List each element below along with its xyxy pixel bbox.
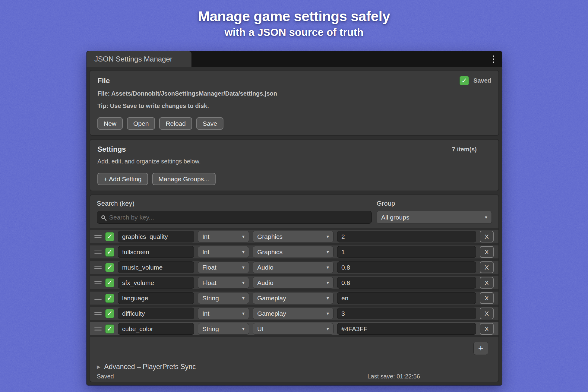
check-icon: ✓	[107, 310, 112, 317]
hero-heading: Manage game settings safely with a JSON …	[0, 8, 588, 38]
group-filter-dropdown[interactable]: All groups ▾	[377, 211, 492, 224]
setting-group-value: Graphics	[257, 233, 283, 240]
setting-group-dropdown[interactable]: UI▾	[253, 323, 334, 335]
setting-group-dropdown[interactable]: Graphics▾	[253, 231, 334, 242]
setting-type-dropdown[interactable]: Float▾	[198, 277, 249, 289]
save-button[interactable]: Save	[196, 117, 223, 130]
drag-handle-icon[interactable]	[94, 251, 102, 254]
setting-key-input[interactable]	[118, 246, 194, 258]
setting-value-input[interactable]	[337, 231, 476, 242]
check-icon: ✓	[107, 325, 112, 332]
open-button[interactable]: Open	[127, 117, 155, 130]
drag-handle-icon[interactable]	[94, 297, 102, 300]
json-settings-manager-window: JSON Settings Manager File ✓ Saved File:…	[87, 51, 502, 385]
setting-type-dropdown[interactable]: Int▾	[198, 246, 249, 258]
setting-enabled-checkbox[interactable]: ✓	[105, 263, 114, 272]
chevron-down-icon: ▾	[327, 249, 329, 255]
setting-group-dropdown[interactable]: Gameplay▾	[253, 292, 334, 304]
chevron-down-icon: ▾	[327, 234, 329, 239]
manage-groups-button[interactable]: Manage Groups...	[152, 173, 216, 185]
setting-value-input[interactable]	[337, 277, 476, 289]
setting-group-value: Gameplay	[257, 310, 286, 317]
setting-enabled-checkbox[interactable]: ✓	[105, 294, 114, 303]
file-section: File ✓ Saved File: Assets/Donnobit/JsonS…	[90, 70, 499, 136]
setting-group-dropdown[interactable]: Graphics▾	[253, 246, 334, 258]
setting-type-dropdown[interactable]: Int▾	[198, 308, 249, 319]
drag-handle-icon[interactable]	[94, 235, 102, 238]
add-setting-button[interactable]: + Add Setting	[97, 173, 148, 185]
filter-inputs-row: All groups ▾	[90, 207, 498, 228]
settings-buttons-row: + Add Setting Manage Groups...	[97, 173, 491, 185]
chevron-down-icon: ▾	[327, 311, 329, 316]
setting-row-graphics-quality: ✓ Int▾ Graphics▾ X	[90, 230, 498, 243]
setting-value-input[interactable]	[337, 261, 476, 273]
setting-type-dropdown[interactable]: Int▾	[198, 231, 249, 242]
advanced-foldout-label: Advanced – PlayerPrefs Sync	[104, 363, 196, 371]
setting-value-input[interactable]	[337, 308, 476, 319]
file-buttons-row: New Open Reload Save	[97, 117, 491, 130]
chevron-down-icon: ▾	[242, 234, 245, 239]
setting-key-input[interactable]	[118, 308, 194, 319]
delete-row-button[interactable]: X	[480, 246, 494, 258]
setting-key-input[interactable]	[118, 323, 194, 335]
drag-handle-icon[interactable]	[94, 281, 102, 284]
setting-enabled-checkbox[interactable]: ✓	[105, 248, 114, 257]
settings-rows-area: ✓ Int▾ Graphics▾ X ✓ Int▾ Graphics▾ X	[90, 228, 498, 337]
setting-type-dropdown[interactable]: String▾	[198, 292, 249, 304]
delete-row-button[interactable]: X	[480, 231, 494, 242]
delete-row-button[interactable]: X	[480, 277, 494, 289]
setting-enabled-checkbox[interactable]: ✓	[105, 324, 114, 334]
check-icon: ✓	[107, 264, 112, 271]
chevron-down-icon: ▾	[327, 264, 329, 270]
setting-type-value: Float	[202, 279, 217, 286]
file-tip-text: Tip: Use Save to write changes to disk.	[97, 103, 491, 109]
setting-enabled-checkbox[interactable]: ✓	[105, 309, 114, 318]
setting-type-dropdown[interactable]: Float▾	[198, 261, 249, 273]
setting-key-input[interactable]	[118, 261, 194, 273]
setting-key-input[interactable]	[118, 292, 194, 304]
titlebar-spacer	[191, 51, 485, 67]
setting-enabled-checkbox[interactable]: ✓	[105, 232, 114, 241]
check-icon: ✓	[107, 295, 112, 302]
tab-json-settings-manager[interactable]: JSON Settings Manager	[87, 51, 191, 67]
reload-button[interactable]: Reload	[159, 117, 192, 130]
setting-key-input[interactable]	[118, 231, 194, 242]
drag-handle-icon[interactable]	[94, 312, 102, 315]
advanced-foldout[interactable]: ▶ Advanced – PlayerPrefs Sync	[90, 355, 498, 371]
setting-enabled-checkbox[interactable]: ✓	[105, 278, 114, 287]
check-icon: ✓	[107, 233, 112, 240]
drag-handle-icon[interactable]	[94, 327, 102, 330]
settings-count-badge: 7 item(s)	[452, 146, 477, 153]
delete-row-button[interactable]: X	[480, 308, 494, 319]
setting-group-value: Gameplay	[257, 295, 286, 302]
setting-key-input[interactable]	[118, 277, 194, 289]
setting-group-value: Graphics	[257, 248, 283, 256]
setting-value-input[interactable]	[337, 323, 476, 335]
delete-row-button[interactable]: X	[480, 292, 494, 304]
delete-row-button[interactable]: X	[480, 323, 494, 335]
setting-type-dropdown[interactable]: String▾	[198, 323, 249, 335]
setting-type-value: Int	[202, 233, 209, 240]
setting-row-language: ✓ String▾ Gameplay▾ X	[90, 292, 498, 305]
new-button[interactable]: New	[97, 117, 123, 130]
chevron-down-icon: ▾	[242, 249, 245, 255]
search-box	[97, 211, 372, 224]
setting-group-dropdown[interactable]: Audio▾	[253, 277, 334, 289]
kebab-menu-icon[interactable]	[485, 51, 502, 67]
add-row-button[interactable]: +	[473, 342, 488, 355]
delete-row-button[interactable]: X	[480, 261, 494, 273]
setting-value-input[interactable]	[337, 246, 476, 258]
saved-checkbox[interactable]: ✓	[460, 76, 469, 85]
setting-group-dropdown[interactable]: Audio▾	[253, 261, 334, 273]
setting-type-value: Float	[202, 264, 217, 271]
setting-group-dropdown[interactable]: Gameplay▾	[253, 308, 334, 319]
drag-handle-icon[interactable]	[94, 266, 102, 269]
search-input[interactable]	[109, 214, 367, 221]
setting-type-value: String	[202, 295, 219, 302]
setting-row-sfx-volume: ✓ Float▾ Audio▾ X	[90, 276, 498, 289]
setting-value-input[interactable]	[337, 292, 476, 304]
settings-section-header: Settings 7 item(s)	[97, 145, 491, 153]
add-row-container: +	[90, 337, 498, 355]
settings-section-title: Settings	[97, 145, 126, 153]
search-key-label: Search (key)	[97, 200, 377, 207]
